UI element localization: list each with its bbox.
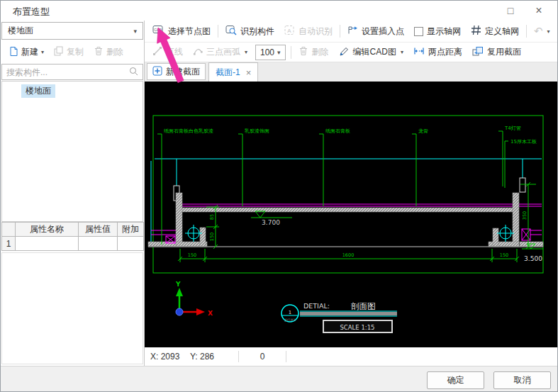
toolbar-separator [340,25,340,38]
ok-button[interactable]: 确定 [427,371,484,389]
cursor-x-readout: X: 2093 [150,352,190,362]
identify-component-label: 识别构件 [240,26,274,38]
toolbar-separator [218,25,218,38]
new-section-tab-label: 新建截面 [166,66,200,78]
status-divider [286,351,286,362]
detail-title-block: 1 JDT/P3 DETIAL: 剖面图 SCALE 1:15 [281,301,397,332]
elevation-3500: 3.500 [524,255,542,262]
auto-identify-label: 自动识别 [298,26,333,38]
ucs-icon: Y X [175,281,213,317]
detail-name: 剖面图 [351,301,376,311]
dim-150-right: 150 [500,252,508,258]
new-section-tab-button[interactable]: 新建截面 [147,63,206,80]
target-symbol-right [497,225,514,242]
auto-identify-button[interactable]: A 自动识别 [279,23,337,40]
copy-component-button[interactable]: 复制 [50,44,88,60]
main-toolbar-row1: CAD 选择节点图 识别构件 A 自动识别 设置插入点 显示轴网 [145,21,557,42]
index-header-cell [2,223,16,237]
select-node-diagram-button[interactable]: CAD 选择节点图 [147,23,216,40]
three-point-arc-label: 三点画弧 [206,46,240,58]
line-icon [152,46,162,58]
detail-drawing: 纸面石膏板白色乳胶漆 乳胶漆饰面 纸面石膏板 龙骨 T4灯管 15厚木工板 85… [148,116,543,332]
chevron-down-icon: ▾ [133,28,137,35]
detail-bubble-number: 1 [289,310,291,315]
reuse-section-label: 复用截面 [487,46,521,58]
cursor-y-readout: Y: 286 [190,352,225,362]
cad-canvas[interactable]: 纸面石膏板白色乳胶漆 乳胶漆饰面 纸面石膏板 龙骨 T4灯管 15厚木工板 85… [145,82,558,347]
svg-text:A: A [287,28,291,34]
light-fixture-left [151,230,176,243]
material-label-5: T4灯管 [504,125,521,131]
maximize-button[interactable]: □ [501,4,520,18]
delete-component-label: 删除 [106,46,123,58]
light-fixture-right [522,229,542,240]
row-index-cell: 1 [2,237,16,251]
undo-button[interactable]: ↶ ▾ [529,23,555,40]
dim-1600: 1600 [342,252,355,258]
dim-350: 350 [522,211,528,220]
two-point-distance-label: 两点距离 [428,46,462,58]
delete-entity-button[interactable]: 删除 [294,44,334,61]
dim-150-left: 150 [188,252,196,258]
show-axis-grid-toggle[interactable]: 显示轴网 [409,23,466,40]
search-icon[interactable] [129,67,138,78]
tab-section-1[interactable]: 截面-1 × [208,62,258,82]
status-bar: X: 2093 Y: 286 0 [145,347,557,366]
property-table: 属性名称 属性值 附加 1 [1,222,144,251]
trash-icon [298,46,308,58]
category-dropdown-value: 楼地面 [8,25,33,37]
chevron-down-icon: ▾ [401,49,403,55]
prop-value-cell[interactable] [79,237,118,251]
define-axis-grid-button[interactable]: 定义轴网 [466,23,524,40]
close-button[interactable]: × [529,4,549,18]
two-point-distance-button[interactable]: 两点距离 [408,44,467,61]
ucs-x-label: X [208,310,213,317]
define-axis-grid-label: 定义轴网 [485,26,519,38]
panel-empty-area [1,252,143,364]
reuse-section-button[interactable]: 复用截面 [467,44,526,61]
dim-150-left-v: 150 [209,233,215,241]
scale-combo[interactable]: 100 ▾ [255,45,286,60]
dialog-title: 布置造型 [13,6,50,18]
undo-icon: ↶ [534,25,543,38]
material-labels: 纸面石膏板白色乳胶漆 乳胶漆饰面 纸面石膏板 龙骨 T4灯管 15厚木工板 [164,125,537,145]
component-panel: 楼地面 ▾ 新建 ▾ 复制 删除 [1,21,145,366]
cad-drawing: 纸面石膏板白色乳胶漆 乳胶漆饰面 纸面石膏板 龙骨 T4灯管 15厚木工板 85… [145,82,558,347]
detail-prefix: DETIAL: [303,302,330,310]
toolbar-separator [526,25,527,38]
dimension-lines [178,182,543,262]
copy-component-label: 复制 [67,46,84,58]
set-insert-point-button[interactable]: 设置插入点 [342,23,409,40]
table-row[interactable]: 1 [2,237,144,251]
category-dropdown[interactable]: 楼地面 ▾ [1,22,143,40]
edit-cad-button[interactable]: 编辑CAD图 ▾ [334,44,408,61]
edit-pencil-icon [339,46,350,59]
delete-component-button[interactable]: 删除 [89,44,128,60]
trash-icon [94,46,104,58]
prop-extra-header: 附加 [118,223,144,237]
arc-icon [193,46,203,58]
selection-count: 0 [239,352,286,362]
dialog-window: 布置造型 □ × 楼地面 ▾ 新建 ▾ 复制 [0,0,558,392]
new-component-button[interactable]: 新建 ▾ [4,44,48,61]
target-symbol-left [185,225,202,242]
svg-text:CAD: CAD [154,28,162,32]
prop-value-header: 属性值 [79,223,118,237]
identify-component-button[interactable]: 识别构件 [221,23,279,40]
redo-button[interactable]: ↷ ▾ [555,23,558,40]
search-input[interactable] [2,67,129,77]
prop-extra-cell[interactable] [118,237,144,251]
dimension-texts: 85 150 350 150 1600 150 [188,211,528,258]
three-point-arc-button[interactable]: 三点画弧 ▾ [188,44,252,61]
section-tab-bar: 新建截面 截面-1 × [145,62,557,82]
new-page-icon [9,46,18,59]
label-leaders [157,131,508,245]
tree-item-floor[interactable]: 楼地面 [21,84,55,98]
prop-name-cell[interactable] [16,237,79,251]
tab-close-icon[interactable]: × [246,67,252,78]
cancel-button[interactable]: 取消 [493,371,551,389]
property-table-wrap: 属性名称 属性值 附加 1 [1,222,143,251]
component-tree: 楼地面 [1,81,143,222]
material-label-4: 龙骨 [418,128,428,134]
line-tool-button[interactable]: 直线 [147,44,188,61]
